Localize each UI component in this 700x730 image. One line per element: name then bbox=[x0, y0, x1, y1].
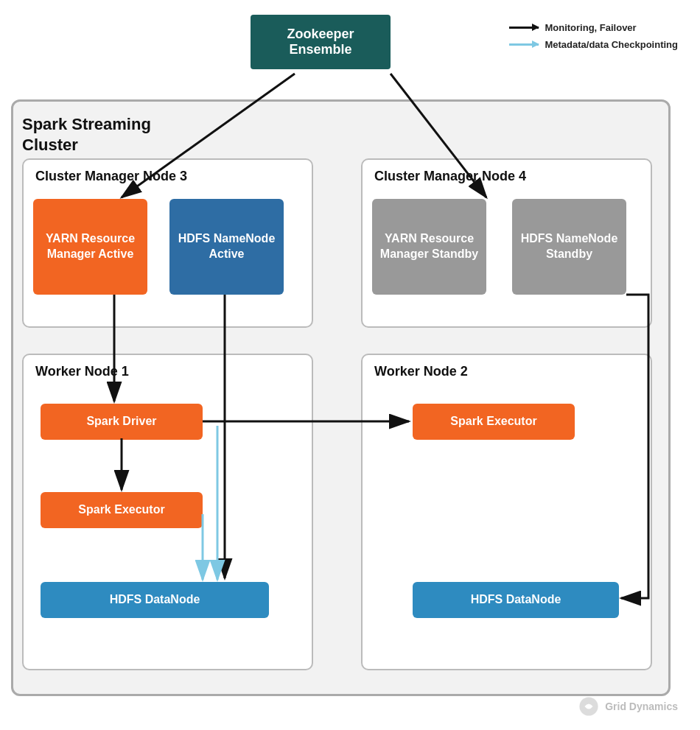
hdfs-namenode-active-container: HDFS NameNode Active bbox=[169, 199, 284, 295]
legend: Monitoring, Failover Metadata/data Check… bbox=[509, 22, 678, 50]
zookeeper-label: Zookeeper Ensemble bbox=[287, 27, 354, 57]
hdfs-namenode-standby-label: HDFS NameNode Standby bbox=[519, 231, 619, 262]
black-arrow-icon bbox=[509, 27, 539, 29]
hdfs-datanode-w1-box: HDFS DataNode bbox=[41, 582, 269, 618]
spark-executor-w1-container: Spark Executor bbox=[41, 492, 203, 528]
worker-node2-title: Worker Node 2 bbox=[363, 355, 651, 385]
spark-executor-w1-box: Spark Executor bbox=[41, 492, 203, 528]
hdfs-namenode-active-label: HDFS NameNode Active bbox=[177, 231, 276, 262]
zookeeper-box: Zookeeper Ensemble bbox=[251, 15, 391, 69]
hdfs-datanode-w2-label: HDFS DataNode bbox=[471, 593, 561, 606]
yarn-active-box: YARN Resource Manager Active bbox=[33, 199, 147, 295]
brand-name: Grid Dynamics bbox=[605, 701, 678, 712]
spark-driver-container: Spark Driver bbox=[41, 404, 203, 440]
spark-driver-label: Spark Driver bbox=[86, 415, 156, 427]
yarn-active-label: YARN Resource Manager Active bbox=[41, 231, 140, 262]
legend-checkpointing: Metadata/data Checkpointing bbox=[509, 39, 678, 50]
spark-executor-w2-container: Spark Executor bbox=[413, 404, 575, 440]
hdfs-datanode-w1-label: HDFS DataNode bbox=[110, 593, 200, 606]
yarn-active-container: YARN Resource Manager Active bbox=[33, 199, 147, 295]
hdfs-namenode-standby-box: HDFS NameNode Standby bbox=[512, 199, 626, 295]
hdfs-namenode-active-box: HDFS NameNode Active bbox=[169, 199, 284, 295]
spark-executor-w2-box: Spark Executor bbox=[413, 404, 575, 440]
worker-node2-box: Worker Node 2 bbox=[361, 354, 652, 670]
brand-icon bbox=[578, 696, 599, 717]
hdfs-datanode-w1-container: HDFS DataNode bbox=[41, 582, 269, 618]
cm-node4-title: Cluster Manager Node 4 bbox=[363, 160, 651, 190]
spark-executor-w1-label: Spark Executor bbox=[78, 503, 164, 516]
hdfs-datanode-w2-box: HDFS DataNode bbox=[413, 582, 619, 618]
cm-node3-title: Cluster Manager Node 3 bbox=[24, 160, 312, 190]
legend-monitoring-label: Monitoring, Failover bbox=[545, 22, 636, 33]
hdfs-namenode-standby-container: HDFS NameNode Standby bbox=[512, 199, 626, 295]
worker-node1-title: Worker Node 1 bbox=[24, 355, 312, 385]
yarn-standby-label: YARN Resource Manager Standby bbox=[379, 231, 479, 262]
legend-checkpointing-label: Metadata/data Checkpointing bbox=[545, 39, 678, 50]
spark-executor-w2-label: Spark Executor bbox=[450, 415, 536, 427]
hdfs-datanode-w2-container: HDFS DataNode bbox=[413, 582, 619, 618]
main-container: Monitoring, Failover Metadata/data Check… bbox=[0, 0, 700, 730]
legend-monitoring: Monitoring, Failover bbox=[509, 22, 678, 33]
cluster-title: Spark StreamingCluster bbox=[22, 114, 151, 155]
blue-arrow-icon bbox=[509, 43, 539, 46]
yarn-standby-container: YARN Resource Manager Standby bbox=[372, 199, 486, 295]
spark-driver-box: Spark Driver bbox=[41, 404, 203, 440]
brand: Grid Dynamics bbox=[578, 696, 678, 717]
yarn-standby-box: YARN Resource Manager Standby bbox=[372, 199, 486, 295]
